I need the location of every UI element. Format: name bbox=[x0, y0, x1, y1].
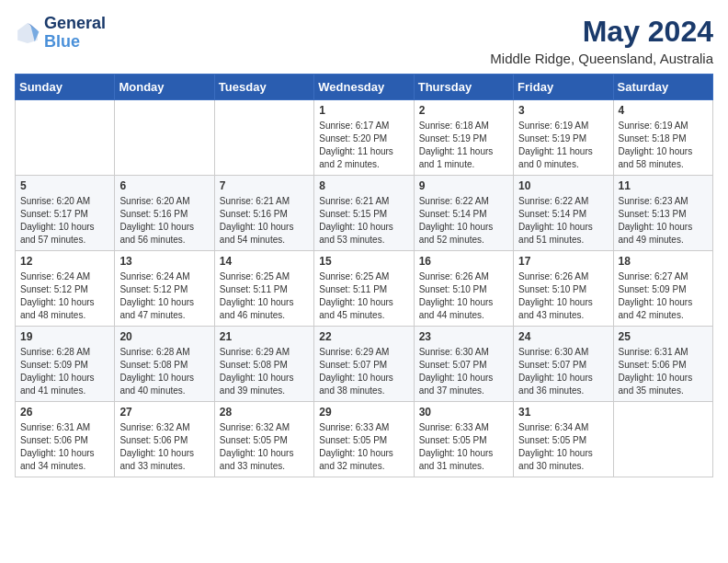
calendar-cell: 7Sunrise: 6:21 AMSunset: 5:16 PMDaylight… bbox=[214, 176, 313, 251]
calendar-cell bbox=[613, 402, 712, 477]
calendar-cell bbox=[214, 100, 313, 176]
day-number: 31 bbox=[518, 406, 608, 419]
calendar-cell: 8Sunrise: 6:21 AMSunset: 5:15 PMDaylight… bbox=[314, 176, 414, 251]
day-info: Sunrise: 6:30 AMSunset: 5:07 PMDaylight:… bbox=[419, 346, 508, 397]
day-number: 22 bbox=[319, 330, 408, 343]
day-number: 21 bbox=[220, 330, 309, 343]
day-number: 30 bbox=[419, 406, 508, 419]
calendar-cell: 9Sunrise: 6:22 AMSunset: 5:14 PMDaylight… bbox=[414, 176, 513, 251]
calendar-cell: 25Sunrise: 6:31 AMSunset: 5:06 PMDayligh… bbox=[613, 327, 712, 402]
day-info: Sunrise: 6:31 AMSunset: 5:06 PMDaylight:… bbox=[20, 421, 109, 473]
day-number: 14 bbox=[220, 255, 309, 268]
month-title: May 2024 bbox=[490, 15, 713, 49]
day-number: 2 bbox=[419, 104, 508, 117]
day-info: Sunrise: 6:20 AMSunset: 5:17 PMDaylight:… bbox=[20, 195, 109, 247]
calendar-cell: 19Sunrise: 6:28 AMSunset: 5:09 PMDayligh… bbox=[16, 327, 115, 402]
day-info: Sunrise: 6:25 AMSunset: 5:11 PMDaylight:… bbox=[220, 270, 309, 322]
calendar-cell bbox=[115, 100, 214, 176]
calendar-header-row: SundayMondayTuesdayWednesdayThursdayFrid… bbox=[16, 75, 713, 100]
day-info: Sunrise: 6:32 AMSunset: 5:06 PMDaylight:… bbox=[119, 421, 209, 473]
day-number: 3 bbox=[518, 104, 608, 117]
calendar-cell: 31Sunrise: 6:34 AMSunset: 5:05 PMDayligh… bbox=[514, 402, 613, 477]
logo-line1: General bbox=[44, 15, 106, 33]
day-number: 23 bbox=[419, 330, 508, 343]
calendar-cell: 20Sunrise: 6:28 AMSunset: 5:08 PMDayligh… bbox=[115, 327, 214, 402]
calendar-cell: 26Sunrise: 6:31 AMSunset: 5:06 PMDayligh… bbox=[16, 402, 115, 477]
day-info: Sunrise: 6:21 AMSunset: 5:16 PMDaylight:… bbox=[220, 195, 309, 247]
day-number: 24 bbox=[518, 330, 608, 343]
calendar-week-row: 1Sunrise: 6:17 AMSunset: 5:20 PMDaylight… bbox=[16, 100, 713, 176]
calendar-week-row: 26Sunrise: 6:31 AMSunset: 5:06 PMDayligh… bbox=[16, 402, 713, 477]
day-info: Sunrise: 6:21 AMSunset: 5:15 PMDaylight:… bbox=[319, 195, 408, 247]
header-wednesday: Wednesday bbox=[314, 75, 414, 100]
day-number: 11 bbox=[619, 179, 708, 192]
logo: General Blue bbox=[15, 15, 106, 52]
calendar-cell: 5Sunrise: 6:20 AMSunset: 5:17 PMDaylight… bbox=[16, 176, 115, 251]
logo-text: General Blue bbox=[44, 15, 106, 52]
day-number: 5 bbox=[20, 179, 109, 192]
calendar-cell: 2Sunrise: 6:18 AMSunset: 5:19 PMDaylight… bbox=[414, 100, 513, 176]
day-number: 17 bbox=[518, 255, 608, 268]
day-info: Sunrise: 6:22 AMSunset: 5:14 PMDaylight:… bbox=[419, 195, 508, 247]
calendar-cell: 29Sunrise: 6:33 AMSunset: 5:05 PMDayligh… bbox=[314, 402, 414, 477]
calendar-cell: 28Sunrise: 6:32 AMSunset: 5:05 PMDayligh… bbox=[214, 402, 313, 477]
day-info: Sunrise: 6:24 AMSunset: 5:12 PMDaylight:… bbox=[119, 270, 209, 322]
day-info: Sunrise: 6:19 AMSunset: 5:19 PMDaylight:… bbox=[518, 120, 608, 171]
day-info: Sunrise: 6:32 AMSunset: 5:05 PMDaylight:… bbox=[220, 421, 309, 473]
calendar-week-row: 12Sunrise: 6:24 AMSunset: 5:12 PMDayligh… bbox=[16, 251, 713, 327]
calendar-cell: 24Sunrise: 6:30 AMSunset: 5:07 PMDayligh… bbox=[514, 327, 613, 402]
day-number: 6 bbox=[119, 179, 209, 192]
calendar-cell: 14Sunrise: 6:25 AMSunset: 5:11 PMDayligh… bbox=[214, 251, 313, 327]
calendar-cell bbox=[16, 100, 115, 176]
calendar-cell: 18Sunrise: 6:27 AMSunset: 5:09 PMDayligh… bbox=[613, 251, 712, 327]
calendar-cell: 3Sunrise: 6:19 AMSunset: 5:19 PMDaylight… bbox=[514, 100, 613, 176]
calendar: SundayMondayTuesdayWednesdayThursdayFrid… bbox=[15, 74, 713, 477]
calendar-cell: 23Sunrise: 6:30 AMSunset: 5:07 PMDayligh… bbox=[414, 327, 513, 402]
calendar-cell: 11Sunrise: 6:23 AMSunset: 5:13 PMDayligh… bbox=[613, 176, 712, 251]
day-number: 28 bbox=[220, 406, 309, 419]
day-info: Sunrise: 6:28 AMSunset: 5:08 PMDaylight:… bbox=[119, 346, 209, 397]
day-info: Sunrise: 6:31 AMSunset: 5:06 PMDaylight:… bbox=[619, 346, 708, 397]
calendar-cell: 10Sunrise: 6:22 AMSunset: 5:14 PMDayligh… bbox=[514, 176, 613, 251]
header-sunday: Sunday bbox=[16, 75, 115, 100]
day-info: Sunrise: 6:18 AMSunset: 5:19 PMDaylight:… bbox=[419, 120, 508, 171]
header-monday: Monday bbox=[115, 75, 214, 100]
calendar-week-row: 19Sunrise: 6:28 AMSunset: 5:09 PMDayligh… bbox=[16, 327, 713, 402]
day-info: Sunrise: 6:19 AMSunset: 5:18 PMDaylight:… bbox=[619, 120, 708, 171]
day-number: 19 bbox=[20, 330, 109, 343]
day-info: Sunrise: 6:33 AMSunset: 5:05 PMDaylight:… bbox=[419, 421, 508, 473]
day-info: Sunrise: 6:26 AMSunset: 5:10 PMDaylight:… bbox=[419, 270, 508, 322]
day-number: 1 bbox=[319, 104, 408, 117]
logo-icon bbox=[15, 20, 40, 46]
day-info: Sunrise: 6:24 AMSunset: 5:12 PMDaylight:… bbox=[20, 270, 109, 322]
day-info: Sunrise: 6:34 AMSunset: 5:05 PMDaylight:… bbox=[518, 421, 608, 473]
day-info: Sunrise: 6:28 AMSunset: 5:09 PMDaylight:… bbox=[20, 346, 109, 397]
calendar-cell: 4Sunrise: 6:19 AMSunset: 5:18 PMDaylight… bbox=[613, 100, 712, 176]
calendar-cell: 12Sunrise: 6:24 AMSunset: 5:12 PMDayligh… bbox=[16, 251, 115, 327]
day-info: Sunrise: 6:27 AMSunset: 5:09 PMDaylight:… bbox=[619, 270, 708, 322]
header-friday: Friday bbox=[514, 75, 613, 100]
calendar-cell: 13Sunrise: 6:24 AMSunset: 5:12 PMDayligh… bbox=[115, 251, 214, 327]
day-number: 12 bbox=[20, 255, 109, 268]
calendar-cell: 22Sunrise: 6:29 AMSunset: 5:07 PMDayligh… bbox=[314, 327, 414, 402]
calendar-cell: 1Sunrise: 6:17 AMSunset: 5:20 PMDaylight… bbox=[314, 100, 414, 176]
day-number: 27 bbox=[119, 406, 209, 419]
page-header: General Blue May 2024 Middle Ridge, Quee… bbox=[15, 15, 713, 66]
day-number: 4 bbox=[619, 104, 708, 117]
day-info: Sunrise: 6:29 AMSunset: 5:07 PMDaylight:… bbox=[319, 346, 408, 397]
calendar-cell: 21Sunrise: 6:29 AMSunset: 5:08 PMDayligh… bbox=[214, 327, 313, 402]
day-number: 26 bbox=[20, 406, 109, 419]
day-number: 20 bbox=[119, 330, 209, 343]
day-number: 18 bbox=[619, 255, 708, 268]
calendar-week-row: 5Sunrise: 6:20 AMSunset: 5:17 PMDaylight… bbox=[16, 176, 713, 251]
day-number: 16 bbox=[419, 255, 508, 268]
day-number: 10 bbox=[518, 179, 608, 192]
day-number: 29 bbox=[319, 406, 408, 419]
day-info: Sunrise: 6:26 AMSunset: 5:10 PMDaylight:… bbox=[518, 270, 608, 322]
day-number: 25 bbox=[619, 330, 708, 343]
day-info: Sunrise: 6:29 AMSunset: 5:08 PMDaylight:… bbox=[220, 346, 309, 397]
day-info: Sunrise: 6:33 AMSunset: 5:05 PMDaylight:… bbox=[319, 421, 408, 473]
header-saturday: Saturday bbox=[613, 75, 712, 100]
day-info: Sunrise: 6:30 AMSunset: 5:07 PMDaylight:… bbox=[518, 346, 608, 397]
calendar-cell: 6Sunrise: 6:20 AMSunset: 5:16 PMDaylight… bbox=[115, 176, 214, 251]
